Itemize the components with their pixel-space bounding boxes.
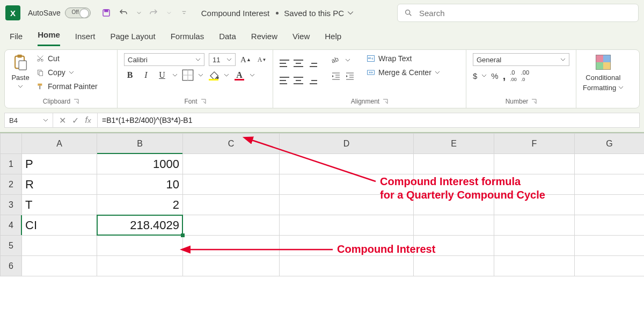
col-header-F[interactable]: F — [494, 134, 575, 154]
cell-B1[interactable]: 1000 — [97, 154, 183, 174]
cell-F1[interactable] — [494, 154, 575, 174]
undo-dropdown-icon[interactable] — [137, 11, 141, 15]
formula-input[interactable]: =B1*(1+B2/400)^(B3*4)-B1 — [98, 116, 639, 125]
cell-F6[interactable] — [494, 256, 575, 276]
select-all-corner[interactable] — [1, 134, 22, 154]
name-box[interactable]: B4 — [5, 113, 53, 127]
col-header-D[interactable]: D — [280, 134, 414, 154]
align-middle-button[interactable] — [294, 53, 303, 67]
cell-A5[interactable] — [22, 236, 97, 256]
cell-A4[interactable]: CI — [22, 215, 97, 236]
fill-color-dropdown-icon[interactable] — [224, 72, 229, 78]
cell-G3[interactable] — [575, 195, 645, 215]
search-box[interactable] — [397, 4, 639, 22]
tab-file[interactable]: File — [10, 30, 23, 46]
align-bottom-button[interactable] — [308, 53, 317, 67]
cell-A1[interactable]: P — [22, 154, 97, 174]
tab-insert[interactable]: Insert — [75, 30, 96, 46]
fill-color-button[interactable] — [208, 69, 219, 81]
font-size-combo[interactable]: 11 — [209, 53, 236, 66]
fx-icon[interactable]: fx — [83, 115, 93, 125]
row-header-4[interactable]: 4 — [1, 215, 22, 236]
cell-E1[interactable] — [414, 154, 494, 174]
copy-button[interactable]: Copy — [35, 67, 99, 78]
cell-G1[interactable] — [575, 154, 645, 174]
save-icon[interactable] — [101, 8, 111, 18]
cell-E4[interactable] — [414, 215, 494, 236]
col-header-C[interactable]: C — [183, 134, 280, 154]
cell-B3[interactable]: 2 — [97, 195, 183, 215]
cell-C6[interactable] — [183, 256, 280, 276]
decrease-decimal-button[interactable]: .00.0 — [521, 69, 529, 82]
cell-G6[interactable] — [575, 256, 645, 276]
redo-dropdown-icon[interactable] — [167, 11, 171, 15]
tab-formulas[interactable]: Formulas — [171, 30, 204, 46]
cell-B5[interactable] — [97, 236, 183, 256]
cancel-icon[interactable]: ✕ — [57, 115, 67, 126]
cell-G2[interactable] — [575, 174, 645, 195]
cell-E6[interactable] — [414, 256, 494, 276]
cell-A3[interactable]: T — [22, 195, 97, 215]
cell-F5[interactable] — [494, 236, 575, 256]
align-top-button[interactable] — [280, 53, 289, 67]
cell-C3[interactable] — [183, 195, 280, 215]
cell-A6[interactable] — [22, 256, 97, 276]
align-right-button[interactable] — [308, 70, 317, 84]
increase-font-icon[interactable]: A▲ — [240, 54, 252, 65]
accounting-format-button[interactable]: $ — [473, 71, 477, 80]
cell-B2[interactable]: 10 — [97, 174, 183, 195]
conditional-formatting-button[interactable]: Conditional Formatting — [583, 53, 624, 92]
cell-D6[interactable] — [280, 256, 414, 276]
cell-C2[interactable] — [183, 174, 280, 195]
orientation-dropdown-icon[interactable] — [345, 57, 350, 63]
underline-dropdown-icon[interactable] — [172, 72, 178, 78]
cell-F4[interactable] — [494, 215, 575, 236]
row-header-5[interactable]: 5 — [1, 236, 22, 256]
accounting-dropdown-icon[interactable] — [481, 73, 487, 78]
merge-center-button[interactable]: Merge & Center — [365, 67, 441, 78]
enter-icon[interactable]: ✓ — [70, 115, 80, 126]
paste-dropdown-icon[interactable] — [18, 84, 23, 89]
redo-icon[interactable] — [149, 8, 158, 18]
cell-B4[interactable]: 218.4029 — [97, 215, 183, 236]
qat-customize-icon[interactable] — [182, 11, 186, 15]
tab-help[interactable]: Help — [325, 30, 341, 46]
row-header-1[interactable]: 1 — [1, 154, 22, 174]
cell-G4[interactable] — [575, 215, 645, 236]
orientation-button[interactable]: ab — [331, 54, 341, 66]
italic-button[interactable]: I — [140, 69, 152, 81]
dialog-launcher-icon[interactable] — [383, 99, 388, 104]
comma-format-button[interactable]: , — [503, 70, 506, 82]
cut-button[interactable]: Cut — [35, 53, 99, 64]
tab-review[interactable]: Review — [251, 30, 277, 46]
cell-A2[interactable]: R — [22, 174, 97, 195]
col-header-E[interactable]: E — [414, 134, 494, 154]
col-header-B[interactable]: B — [97, 134, 183, 154]
cell-C4[interactable] — [183, 215, 280, 236]
name-box-dropdown-icon[interactable] — [43, 118, 48, 123]
dialog-launcher-icon[interactable] — [201, 99, 206, 104]
paste-button[interactable]: Paste — [11, 53, 30, 89]
tab-home[interactable]: Home — [38, 28, 60, 46]
align-left-button[interactable] — [280, 70, 289, 84]
increase-decimal-button[interactable]: .0.00 — [510, 69, 517, 82]
row-header-6[interactable]: 6 — [1, 256, 22, 276]
search-input[interactable] — [418, 8, 632, 18]
underline-button[interactable]: U — [156, 69, 168, 81]
format-painter-button[interactable]: Format Painter — [35, 81, 99, 92]
wrap-text-button[interactable]: ab Wrap Text — [365, 53, 441, 64]
increase-indent-button[interactable] — [345, 71, 355, 83]
tab-data[interactable]: Data — [219, 30, 236, 46]
align-center-button[interactable] — [294, 70, 303, 84]
borders-button[interactable] — [182, 69, 194, 81]
number-format-combo[interactable]: General — [473, 53, 569, 66]
percent-format-button[interactable]: % — [491, 71, 498, 80]
borders-dropdown-icon[interactable] — [198, 72, 203, 78]
merge-dropdown-icon[interactable] — [435, 70, 440, 75]
cell-C1[interactable] — [183, 154, 280, 174]
col-header-G[interactable]: G — [575, 134, 645, 154]
tab-page-layout[interactable]: Page Layout — [110, 30, 155, 46]
row-header-2[interactable]: 2 — [1, 174, 22, 195]
bold-button[interactable]: B — [124, 69, 136, 81]
tab-view[interactable]: View — [292, 30, 310, 46]
